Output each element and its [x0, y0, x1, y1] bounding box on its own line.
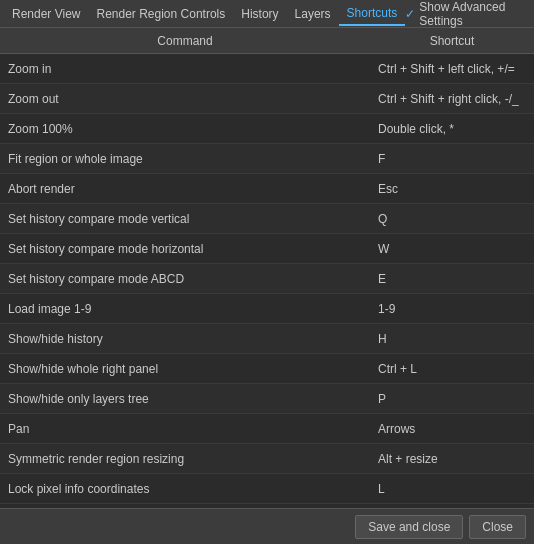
show-advanced-label[interactable]: Show Advanced Settings: [419, 0, 530, 28]
shortcut-cell: Esc: [370, 182, 534, 196]
table-row: Lock pixel info coordinatesL: [0, 474, 534, 504]
shortcut-cell: W: [370, 242, 534, 256]
command-cell: Zoom 100%: [0, 122, 370, 136]
shortcut-cell: L: [370, 482, 534, 496]
nav-history[interactable]: History: [233, 3, 286, 25]
shortcut-cell: Ctrl + Shift + left click, +/=: [370, 62, 534, 76]
table-row: Set history compare mode horizontalW: [0, 234, 534, 264]
column-command-header: Command: [0, 34, 370, 48]
command-cell: Show/hide whole right panel: [0, 362, 370, 376]
command-cell: Set history compare mode ABCD: [0, 272, 370, 286]
table-row: Show/hide historyH: [0, 324, 534, 354]
command-cell: Show/hide only layers tree: [0, 392, 370, 406]
table-row: Zoom 100%Double click, *: [0, 114, 534, 144]
nav-render-view[interactable]: Render View: [4, 3, 88, 25]
command-cell: Set history compare mode vertical: [0, 212, 370, 226]
shortcut-cell: H: [370, 332, 534, 346]
shortcut-cell: Arrows: [370, 422, 534, 436]
table-row: PanArrows: [0, 414, 534, 444]
show-advanced-section: ✓ Show Advanced Settings: [405, 0, 530, 28]
table-row: Zoom inCtrl + Shift + left click, +/=: [0, 54, 534, 84]
checkmark-icon: ✓: [405, 7, 415, 21]
table-row: Fit region or whole imageF: [0, 144, 534, 174]
table-row: Symmetric render region resizingAlt + re…: [0, 444, 534, 474]
top-nav: Render View Render Region Controls Histo…: [0, 0, 534, 28]
shortcut-cell: Double click, *: [370, 122, 534, 136]
shortcut-cell: Alt + resize: [370, 452, 534, 466]
shortcuts-table: Zoom inCtrl + Shift + left click, +/=Zoo…: [0, 54, 534, 534]
table-header: Command Shortcut: [0, 28, 534, 54]
table-row: Set history compare mode verticalQ: [0, 204, 534, 234]
table-row: Set history compare mode ABCDE: [0, 264, 534, 294]
command-cell: Lock pixel info coordinates: [0, 482, 370, 496]
footer: Save and close Close: [0, 508, 534, 544]
column-shortcut-header: Shortcut: [370, 34, 534, 48]
nav-shortcuts[interactable]: Shortcuts: [339, 2, 406, 26]
shortcut-cell: Q: [370, 212, 534, 226]
table-row: Show/hide only layers treeP: [0, 384, 534, 414]
shortcut-cell: Ctrl + Shift + right click, -/_: [370, 92, 534, 106]
command-cell: Set history compare mode horizontal: [0, 242, 370, 256]
close-button[interactable]: Close: [469, 515, 526, 539]
command-cell: Show/hide history: [0, 332, 370, 346]
command-cell: Fit region or whole image: [0, 152, 370, 166]
save-and-close-button[interactable]: Save and close: [355, 515, 463, 539]
table-row: Show/hide whole right panelCtrl + L: [0, 354, 534, 384]
command-cell: Load image 1-9: [0, 302, 370, 316]
table-row: Zoom outCtrl + Shift + right click, -/_: [0, 84, 534, 114]
shortcut-cell: F: [370, 152, 534, 166]
table-row: Abort renderEsc: [0, 174, 534, 204]
shortcut-cell: E: [370, 272, 534, 286]
shortcut-cell: 1-9: [370, 302, 534, 316]
nav-render-region[interactable]: Render Region Controls: [88, 3, 233, 25]
command-cell: Zoom in: [0, 62, 370, 76]
shortcut-cell: Ctrl + L: [370, 362, 534, 376]
command-cell: Symmetric render region resizing: [0, 452, 370, 466]
command-cell: Pan: [0, 422, 370, 436]
command-cell: Abort render: [0, 182, 370, 196]
command-cell: Zoom out: [0, 92, 370, 106]
shortcut-cell: P: [370, 392, 534, 406]
table-row: Load image 1-91-9: [0, 294, 534, 324]
nav-layers[interactable]: Layers: [287, 3, 339, 25]
